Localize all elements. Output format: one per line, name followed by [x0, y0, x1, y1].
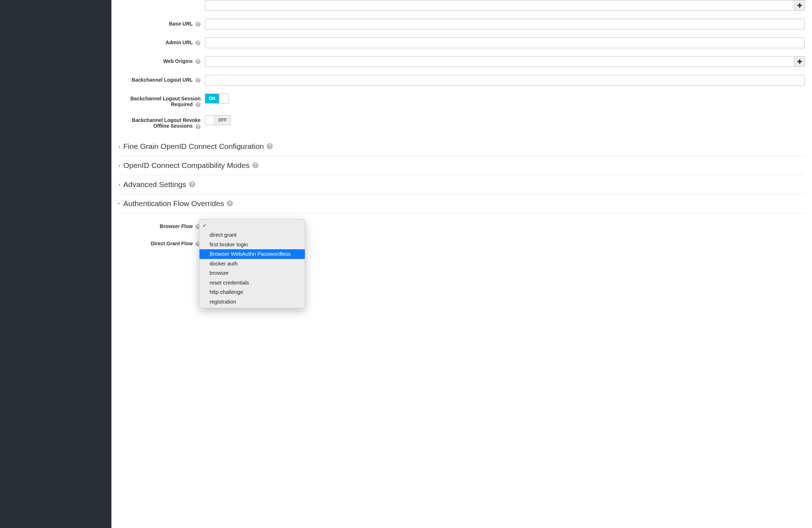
empty-label: [119, 0, 205, 2]
backchannel-logout-url-label: Backchannel Logout URL ?: [119, 75, 205, 83]
help-icon[interactable]: ?: [196, 124, 201, 129]
section-fine-grain[interactable]: › Fine Grain OpenID Connect Configuratio…: [119, 137, 805, 156]
section-compat-modes[interactable]: › OpenID Connect Compatibility Modes ?: [119, 156, 805, 175]
direct-grant-flow-label: Direct Grant Flow ?: [119, 238, 205, 246]
auth-flow-overrides-content: Browser Flow ? ✓ direct grantfirst broke…: [119, 213, 805, 247]
dropdown-option[interactable]: http challenge: [199, 287, 305, 297]
section-title: Fine Grain OpenID Connect Configuration: [123, 142, 264, 151]
web-origins-label: Web Origins ?: [119, 56, 205, 64]
browser-flow-dropdown[interactable]: ✓ direct grantfirst broker loginBrowser …: [199, 219, 305, 309]
form-row-browser-flow: Browser Flow ? ✓ direct grantfirst broke…: [119, 221, 805, 229]
dropdown-option[interactable]: direct grant: [199, 230, 305, 240]
help-icon[interactable]: ?: [196, 78, 201, 83]
chevron-right-icon: ›: [119, 143, 120, 149]
switch-handle: [205, 115, 215, 125]
section-auth-flow-overrides[interactable]: › Authentication Flow Overrides ?: [119, 194, 805, 213]
switch-off-label: OFF: [215, 115, 230, 125]
backchannel-session-required-switch[interactable]: ON: [205, 94, 229, 104]
dropdown-option-label: docker auth: [210, 260, 238, 267]
plus-icon: ✚: [797, 2, 802, 9]
dropdown-option[interactable]: docker auth: [199, 259, 305, 269]
help-icon[interactable]: ?: [267, 143, 273, 149]
help-icon[interactable]: ?: [227, 200, 233, 206]
dropdown-option-label: browser: [210, 270, 229, 276]
backchannel-revoke-offline-switch[interactable]: OFF: [205, 115, 231, 125]
browser-flow-label: Browser Flow ?: [119, 221, 205, 229]
admin-url-label: Admin URL ?: [119, 37, 205, 45]
form-row-web-origins: Web Origins ? ✚: [119, 56, 805, 67]
base-url-input[interactable]: [205, 19, 805, 29]
help-icon[interactable]: ?: [196, 59, 201, 64]
dropdown-option[interactable]: browser: [199, 268, 305, 278]
form-row-admin-url: Admin URL ?: [119, 37, 805, 48]
dropdown-option-label: first broker login: [210, 241, 248, 247]
add-redirect-button[interactable]: ✚: [794, 0, 805, 11]
help-icon[interactable]: ?: [189, 181, 195, 187]
dropdown-option-label: direct grant: [210, 232, 237, 238]
redirect-uri-input[interactable]: [205, 0, 794, 11]
dropdown-option-label: Browser WebAuthn Passwordless: [210, 251, 291, 257]
chevron-right-icon: ›: [119, 181, 120, 187]
main-content: ✚ Base URL ? Admin URL ? Web Origins ? ✚: [111, 0, 812, 528]
form-row-backchannel-revoke-offline: Backchannel Logout Revoke Offline Sessio…: [119, 115, 805, 129]
section-title: Authentication Flow Overrides: [123, 199, 224, 208]
switch-on-label: ON: [205, 94, 219, 103]
chevron-down-icon: ›: [116, 202, 123, 204]
base-url-label: Base URL ?: [119, 19, 205, 27]
dropdown-option[interactable]: ✓: [199, 221, 305, 231]
dropdown-option[interactable]: Browser WebAuthn Passwordless: [199, 249, 305, 259]
backchannel-revoke-offline-label: Backchannel Logout Revoke Offline Sessio…: [119, 115, 205, 129]
form-row-backchannel-logout-url: Backchannel Logout URL ?: [119, 75, 805, 86]
dropdown-option[interactable]: first broker login: [199, 240, 305, 250]
section-title: Advanced Settings: [123, 180, 186, 189]
help-icon[interactable]: ?: [196, 102, 201, 107]
form-row-backchannel-session-required: Backchannel Logout Session Required ? ON: [119, 94, 805, 107]
dropdown-option-label: reset credentials: [210, 279, 249, 286]
sidebar: [0, 0, 111, 528]
chevron-right-icon: ›: [119, 162, 120, 168]
plus-icon: ✚: [797, 58, 802, 65]
dropdown-option[interactable]: registration: [199, 297, 305, 307]
dropdown-option-label: http challenge: [210, 289, 243, 295]
section-title: OpenID Connect Compatibility Modes: [123, 161, 249, 170]
help-icon[interactable]: ?: [196, 40, 201, 45]
help-icon[interactable]: ?: [196, 22, 201, 27]
add-web-origin-button[interactable]: ✚: [794, 56, 805, 67]
switch-handle: [219, 94, 228, 103]
form-row-base-url: Base URL ?: [119, 19, 805, 29]
admin-url-input[interactable]: [205, 37, 805, 48]
dropdown-option-label: [210, 222, 211, 228]
backchannel-logout-url-input[interactable]: [205, 75, 805, 86]
backchannel-session-required-label: Backchannel Logout Session Required ?: [119, 94, 205, 107]
section-advanced[interactable]: › Advanced Settings ?: [119, 175, 805, 194]
check-icon: ✓: [202, 222, 207, 229]
dropdown-option[interactable]: reset credentials: [199, 278, 305, 288]
form-row-redirect: ✚: [119, 0, 805, 11]
help-icon[interactable]: ?: [252, 162, 258, 168]
web-origins-input[interactable]: [205, 56, 794, 67]
dropdown-option-label: registration: [210, 299, 236, 305]
